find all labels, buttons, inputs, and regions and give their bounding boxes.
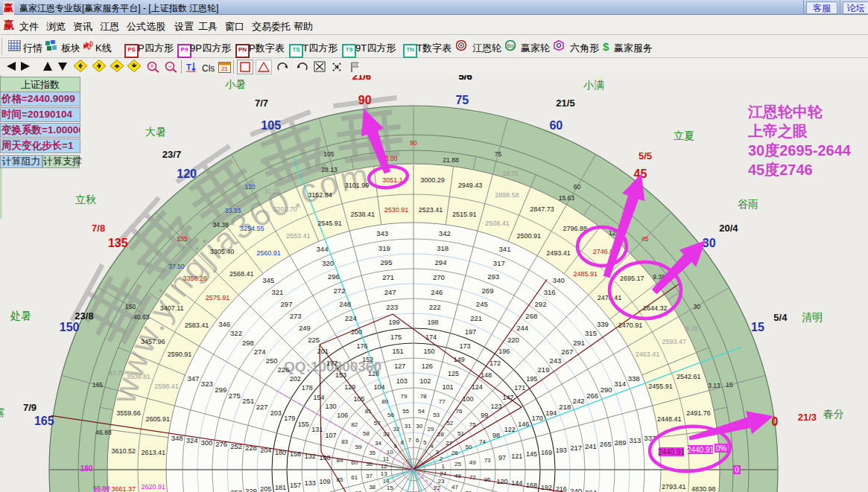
svg-text:150: 150 [125,303,136,310]
svg-text:145: 145 [526,450,537,458]
svg-text:321: 321 [271,288,283,296]
svg-text:319: 319 [378,244,390,252]
svg-text:177: 177 [326,360,338,367]
svg-text:176: 176 [357,342,368,350]
svg-text:32: 32 [393,426,400,432]
svg-text:247: 247 [384,288,396,296]
svg-text:0: 0 [735,466,739,474]
svg-text:165: 165 [92,381,103,389]
svg-text:106: 106 [337,412,348,419]
svg-text:2796.88: 2796.88 [563,225,587,232]
svg-text:128: 128 [368,370,379,377]
svg-text:20/4: 20/4 [719,223,738,234]
svg-text:152: 152 [362,356,373,363]
svg-text:45: 45 [642,235,649,243]
svg-text:2440.91: 2440.91 [658,448,685,456]
svg-text:83: 83 [341,438,348,445]
svg-text:5/4: 5/4 [773,312,788,323]
svg-text:144: 144 [511,479,522,487]
svg-text:78: 78 [420,393,427,400]
svg-text:34: 34 [375,440,381,447]
svg-text:218: 218 [559,403,571,411]
svg-text:立秋: 立秋 [75,194,96,205]
svg-text:白露: 白露 [0,406,4,418]
svg-text:149: 149 [454,356,465,363]
svg-text:105: 105 [353,395,364,403]
svg-text:3: 3 [435,449,439,456]
svg-text:244: 244 [516,324,528,332]
svg-text:江恩轮中轮: 江恩轮中轮 [747,103,823,120]
svg-text:105: 105 [323,150,334,158]
svg-text:0%: 0% [716,444,727,453]
svg-text:223: 223 [386,303,398,311]
svg-text:3000.29: 3000.29 [420,176,445,184]
svg-text:153: 153 [335,371,346,379]
svg-text:79: 79 [400,393,407,400]
svg-text:105: 105 [261,119,281,132]
svg-text:126: 126 [422,362,433,370]
svg-text:154: 154 [314,394,325,401]
svg-text:320: 320 [322,259,334,267]
svg-text:2593.47: 2593.47 [662,338,687,345]
svg-text:5: 5 [423,439,427,446]
svg-text:谷雨: 谷雨 [738,198,758,210]
svg-text:30: 30 [693,303,700,310]
svg-text:54: 54 [418,408,425,415]
svg-text:3559.66: 3559.66 [116,409,141,417]
svg-text:348: 348 [171,434,183,442]
svg-text:101: 101 [442,383,453,391]
svg-text:7: 7 [408,437,412,444]
svg-text:98: 98 [492,432,500,439]
svg-text:15: 15 [726,381,733,389]
svg-text:124: 124 [472,383,483,391]
svg-text:74: 74 [479,438,486,445]
svg-text:31.25: 31.25 [264,188,281,195]
svg-text:3457.96: 3457.96 [141,338,165,345]
svg-text:6.25: 6.25 [685,325,698,332]
svg-text:29: 29 [428,426,434,432]
svg-text:2463.41: 2463.41 [636,351,660,358]
svg-text:242: 242 [573,397,585,405]
svg-text:269: 269 [482,287,494,295]
svg-text:222: 222 [429,303,441,311]
svg-text:346: 346 [218,320,230,328]
svg-text:28: 28 [437,431,444,438]
svg-text:165: 165 [34,415,54,427]
svg-text:5/5: 5/5 [639,150,652,162]
svg-text:2605.91: 2605.91 [145,415,170,423]
svg-text:203: 203 [270,409,282,417]
svg-text:清明: 清明 [802,311,823,323]
svg-text:3203.70: 3203.70 [273,205,297,213]
svg-text:50: 50 [465,444,472,450]
svg-text:25: 25 [454,461,461,467]
svg-text:2500.91: 2500.91 [517,232,542,240]
svg-text:123: 123 [491,403,502,410]
svg-text:121: 121 [511,453,522,460]
svg-text:248: 248 [339,300,351,308]
svg-text:30度2695-2644: 30度2695-2644 [748,142,852,159]
svg-text:58: 58 [363,430,370,437]
svg-text:Big: Big [507,43,514,49]
svg-text:193: 193 [556,447,567,454]
svg-text:109: 109 [319,478,330,485]
svg-text:316: 316 [544,288,556,296]
svg-text:228: 228 [245,444,257,452]
svg-text:268: 268 [525,312,537,320]
svg-text:56: 56 [387,412,394,418]
svg-text:3407.11: 3407.11 [160,304,184,312]
svg-text:2448.41: 2448.41 [657,415,682,423]
svg-text:2620.91: 2620.91 [141,483,165,491]
svg-text:3305.40: 3305.40 [210,248,235,255]
svg-text:春分: 春分 [823,408,844,420]
svg-text:2440.91: 2440.91 [687,446,715,454]
svg-text:132: 132 [305,453,316,460]
svg-text:194: 194 [545,409,557,417]
svg-text:100: 100 [463,395,474,403]
svg-text:3610.52: 3610.52 [112,447,136,455]
svg-text:135: 135 [108,237,128,249]
svg-text:53: 53 [433,412,440,418]
svg-text:103: 103 [396,377,408,385]
svg-text:上帝之眼: 上帝之眼 [747,123,808,139]
svg-text:2575.91: 2575.91 [206,294,230,301]
svg-text:−: − [168,63,171,70]
